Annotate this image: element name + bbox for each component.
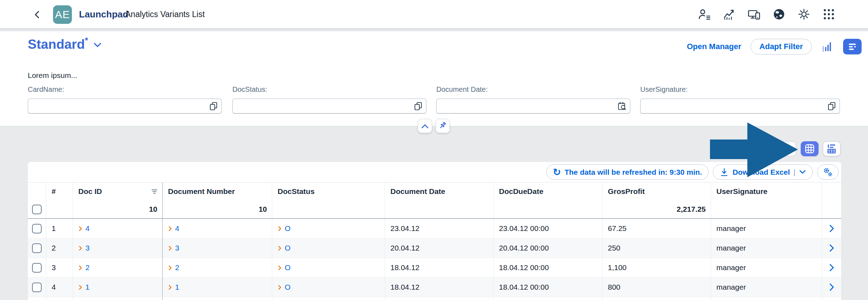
usersignature-cell: manager bbox=[711, 219, 822, 238]
row-checkbox[interactable] bbox=[32, 283, 42, 292]
filter-bar-actions: Open Manager Adapt Filter bbox=[687, 38, 862, 55]
table-row: 233O20.04.1220.04.12 00:00250manager bbox=[28, 238, 841, 258]
pin-filter-button[interactable] bbox=[436, 119, 450, 133]
document-number-link[interactable]: 4 bbox=[175, 224, 179, 233]
cardname-input[interactable] bbox=[28, 99, 222, 114]
navigate-chevron-icon[interactable] bbox=[829, 283, 835, 291]
expand-chevron-icon[interactable] bbox=[278, 285, 282, 290]
download-excel-button[interactable]: Download Excel | bbox=[713, 164, 813, 180]
expand-chevron-icon[interactable] bbox=[168, 226, 173, 231]
value-help-icon[interactable] bbox=[209, 101, 218, 111]
filter-field-cardname: CardName: bbox=[28, 85, 222, 114]
app-finder-button[interactable] bbox=[821, 6, 837, 22]
empty-cell bbox=[494, 297, 603, 300]
grosprofit-cell: 67.25 bbox=[603, 219, 711, 238]
table-settings-button[interactable] bbox=[817, 164, 838, 180]
doc-id-link[interactable]: 1 bbox=[85, 283, 90, 291]
column-label: Doc ID bbox=[78, 187, 102, 196]
doc-id-cell: 3 bbox=[73, 238, 163, 258]
value-help-icon[interactable] bbox=[414, 101, 423, 111]
back-chevron-icon bbox=[33, 10, 42, 19]
row-select-cell bbox=[28, 219, 46, 238]
docstatus-link[interactable]: O bbox=[285, 224, 290, 233]
header-cell-document-date[interactable]: Document Date bbox=[385, 183, 494, 200]
user-settings-icon bbox=[698, 8, 711, 21]
date-lookup-icon[interactable] bbox=[617, 101, 627, 111]
row-checkbox[interactable] bbox=[32, 224, 42, 233]
expand-chevron-icon[interactable] bbox=[168, 285, 173, 290]
row-checkbox[interactable] bbox=[32, 263, 42, 273]
devices-button[interactable] bbox=[746, 6, 762, 22]
filter-layout-button[interactable] bbox=[843, 39, 862, 54]
header-cell-docstatus[interactable]: DocStatus bbox=[272, 183, 385, 200]
expand-chevron-icon[interactable] bbox=[278, 265, 282, 270]
document-date-cell: 23.04.12 bbox=[385, 219, 494, 238]
doc-id-link[interactable]: 2 bbox=[85, 263, 90, 272]
usersignature-cell: manager bbox=[711, 278, 822, 297]
expand-chevron-icon[interactable] bbox=[78, 265, 83, 270]
header-cell-docduedate[interactable]: DocDueDate bbox=[494, 183, 603, 200]
open-manager-link[interactable]: Open Manager bbox=[687, 42, 741, 51]
header-cell-doc-id[interactable]: Doc ID bbox=[73, 183, 163, 200]
docduedate-cell: 18.04.12 00:00 bbox=[494, 258, 603, 277]
select-all-checkbox[interactable] bbox=[32, 205, 42, 214]
filter-field-usersignature: UserSignature: bbox=[640, 85, 840, 114]
theme-button[interactable] bbox=[796, 6, 812, 22]
document-date-cell: 18.04.12 bbox=[385, 258, 494, 277]
expand-chevron-icon[interactable] bbox=[168, 246, 173, 251]
expand-chevron-icon[interactable] bbox=[78, 285, 83, 290]
document-number-link[interactable]: 2 bbox=[175, 263, 179, 272]
doc-id-total: 10 bbox=[73, 200, 163, 218]
usersignature-input[interactable] bbox=[640, 99, 840, 114]
empty-cell bbox=[385, 297, 494, 300]
back-button[interactable] bbox=[31, 9, 43, 21]
navigate-chevron-icon[interactable] bbox=[829, 225, 835, 232]
expand-chevron-icon[interactable] bbox=[168, 265, 173, 270]
chevron-down-icon[interactable] bbox=[799, 169, 806, 175]
doc-id-link[interactable]: 3 bbox=[85, 244, 90, 252]
view-switch-table-button[interactable] bbox=[823, 141, 841, 156]
chevron-up-icon bbox=[421, 123, 429, 129]
header-cell-document-number[interactable]: Document Number bbox=[163, 183, 272, 200]
user-settings-button[interactable] bbox=[696, 6, 712, 22]
collapse-filter-button[interactable] bbox=[418, 119, 432, 133]
chart-builder-button[interactable] bbox=[821, 39, 834, 54]
empty-cell bbox=[163, 297, 272, 300]
expand-chevron-icon[interactable] bbox=[78, 226, 83, 231]
analytical-table-icon bbox=[826, 143, 837, 154]
value-help-icon[interactable] bbox=[827, 101, 836, 111]
doc-id-link[interactable]: 4 bbox=[85, 224, 90, 233]
header-cell-usersignature[interactable]: UserSignature bbox=[711, 183, 822, 200]
globe-button[interactable] bbox=[771, 6, 787, 22]
app-grid-icon bbox=[822, 8, 835, 21]
docstatus-link[interactable]: O bbox=[285, 283, 290, 291]
docstatus-link[interactable]: O bbox=[285, 244, 290, 252]
docstatus-link[interactable]: O bbox=[285, 263, 290, 272]
table-toolbar: ↻ The data will be refreshed in: 9:30 mi… bbox=[546, 164, 838, 180]
document-number-cell: 3 bbox=[163, 238, 272, 258]
adapt-filter-button[interactable]: Adapt Filter bbox=[751, 39, 812, 54]
document-number-link[interactable]: 3 bbox=[175, 244, 179, 252]
variant-selector[interactable]: Standard * bbox=[28, 36, 102, 53]
mini-bar-chart-icon bbox=[822, 41, 833, 52]
chevron-down-icon bbox=[93, 42, 102, 48]
header-cell-grosprofit[interactable]: GrosProfit bbox=[603, 183, 711, 200]
app-logo[interactable]: AE bbox=[53, 5, 72, 24]
document-number-link[interactable]: 1 bbox=[175, 283, 179, 291]
usersignature-cell: manager bbox=[711, 258, 822, 277]
expand-chevron-icon[interactable] bbox=[278, 246, 282, 251]
field-label: CardName: bbox=[28, 85, 222, 94]
document-date-input[interactable] bbox=[436, 99, 630, 114]
navigate-chevron-icon[interactable] bbox=[829, 264, 835, 272]
view-switch-grid-button[interactable] bbox=[801, 141, 819, 156]
expand-chevron-icon[interactable] bbox=[78, 246, 83, 251]
view-switch-chart-button[interactable] bbox=[778, 141, 796, 156]
row-checkbox[interactable] bbox=[32, 243, 42, 253]
analytics-button[interactable] bbox=[721, 6, 737, 22]
docstatus-input[interactable] bbox=[232, 99, 426, 114]
empty-cell bbox=[28, 297, 46, 300]
refresh-countdown-button[interactable]: ↻ The data will be refreshed in: 9:30 mi… bbox=[546, 164, 709, 180]
navigate-chevron-icon[interactable] bbox=[829, 244, 835, 252]
expand-chevron-icon[interactable] bbox=[278, 226, 282, 231]
header-cell-index[interactable]: # bbox=[46, 183, 73, 200]
